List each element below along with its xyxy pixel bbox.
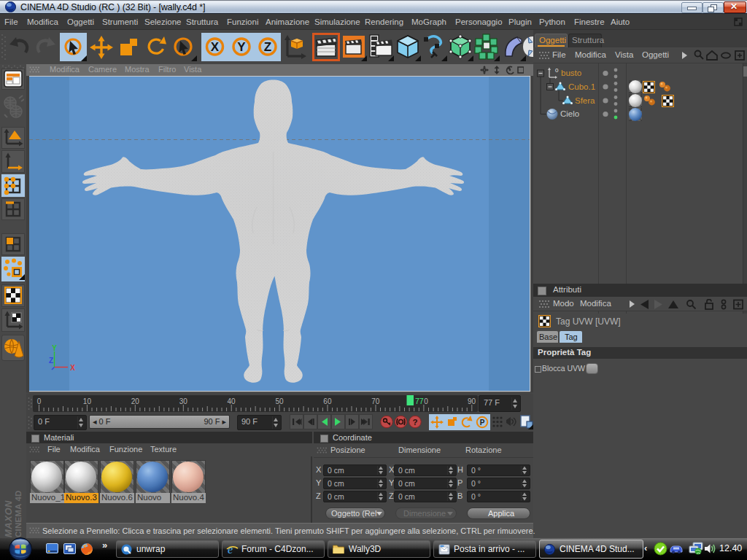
svg-text:20: 20 [131,397,140,405]
svg-text:?: ? [412,418,417,427]
svg-text:90: 90 [468,397,476,405]
svg-text:30: 30 [179,397,188,405]
svg-text:X: X [70,364,75,372]
svg-text:0: 0 [424,397,428,405]
svg-text:60: 60 [323,397,332,405]
svg-text:77: 77 [415,397,424,405]
svg-text:70: 70 [371,397,380,405]
svg-text:10: 10 [83,397,92,405]
svg-text:Z: Z [49,357,53,365]
svg-text:X: X [211,40,220,54]
svg-text:Y: Y [237,40,246,54]
svg-text:50: 50 [275,397,284,405]
svg-text:40: 40 [228,397,236,405]
svg-text:e: e [228,543,233,556]
svg-text:Y: Y [52,344,57,352]
svg-text:0: 0 [37,397,42,405]
svg-text:P: P [480,419,485,427]
svg-text:Z: Z [264,40,271,54]
